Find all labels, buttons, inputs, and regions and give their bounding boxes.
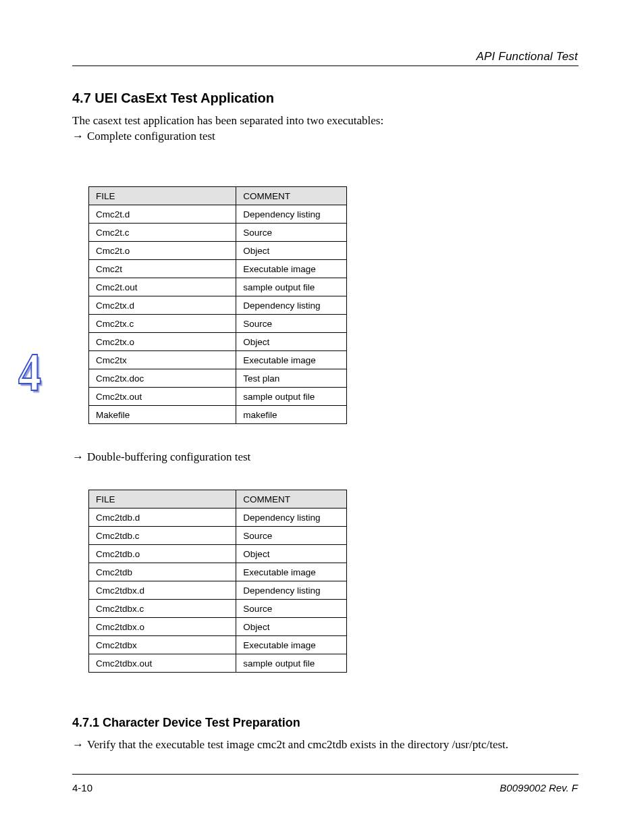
- section-heading-uei-casext: 4.7 UEI CasExt Test Application: [72, 90, 274, 106]
- table-cell: Makefile: [89, 406, 236, 424]
- table-cell: Cmc2tdbx.d: [89, 581, 236, 600]
- header-rule: [72, 66, 579, 66]
- table-row: Cmc2tdbxExecutable image: [89, 636, 347, 654]
- chapter-number-ornament: 4: [18, 345, 46, 399]
- table-cell: Dependency listing: [236, 205, 347, 224]
- arrow-right-icon: →: [72, 737, 87, 752]
- table-cell: Cmc2t.out: [89, 278, 236, 296]
- table-row: Cmc2tx.dDependency listing: [89, 296, 347, 315]
- table-cell: sample output file: [236, 388, 347, 406]
- table-cell: Object: [236, 333, 347, 351]
- table-complete-config-files: FILE COMMENT Cmc2t.dDependency listingCm…: [88, 186, 347, 424]
- table-row: Cmc2tdbx.outsample output file: [89, 654, 347, 673]
- table-cell: Object: [236, 545, 347, 563]
- table-row: Cmc2tdbExecutable image: [89, 563, 347, 581]
- table-cell: sample output file: [236, 278, 347, 296]
- table-row: Cmc2t.oObject: [89, 242, 347, 260]
- table-cell: Executable image: [236, 563, 347, 581]
- table-cell: Cmc2tdb.o: [89, 545, 236, 563]
- table-cell: Cmc2tdbx.o: [89, 618, 236, 636]
- table-row: Cmc2tx.outsample output file: [89, 388, 347, 406]
- section-heading-char-dev-prep: 4.7.1 Character Device Test Preparation: [72, 716, 300, 730]
- table-row: Cmc2tx.oObject: [89, 333, 347, 351]
- intro-paragraph: The casext test application has been sep…: [72, 113, 574, 128]
- prep-step-text: Verify that the executable test image cm…: [87, 738, 508, 751]
- page-header-title: API Functional Test: [476, 50, 578, 63]
- table-cell: Dependency listing: [236, 509, 347, 527]
- table-cell: Cmc2tx.out: [89, 388, 236, 406]
- table-cell: Executable image: [236, 260, 347, 278]
- bullet-double-buffer-test: →Double-buffering configuration test: [72, 450, 574, 465]
- table-cell: Cmc2tdb.c: [89, 527, 236, 545]
- prep-step: →Verify that the executable test image c…: [72, 737, 574, 752]
- table-header-row: FILE COMMENT: [89, 187, 347, 205]
- table-row: Cmc2tExecutable image: [89, 260, 347, 278]
- table-cell: Cmc2tdb.d: [89, 509, 236, 527]
- table-row: Cmc2tdbx.cSource: [89, 600, 347, 618]
- col-header-comment: COMMENT: [236, 490, 347, 509]
- table-cell: Object: [236, 618, 347, 636]
- table-row: Cmc2tdbx.dDependency listing: [89, 581, 347, 600]
- table-cell: Cmc2tx.o: [89, 333, 236, 351]
- table-cell: Cmc2tx.c: [89, 315, 236, 333]
- table-cell: Dependency listing: [236, 296, 347, 315]
- table-row: Cmc2tdb.cSource: [89, 527, 347, 545]
- table-cell: Cmc2t.d: [89, 205, 236, 224]
- arrow-right-icon: →: [72, 129, 87, 144]
- table-cell: Cmc2t: [89, 260, 236, 278]
- table-cell: Cmc2tx.d: [89, 296, 236, 315]
- table-cell: Cmc2tdb: [89, 563, 236, 581]
- footer-rule: [72, 774, 579, 775]
- table-row: Cmc2tx.cSource: [89, 315, 347, 333]
- table-row: Cmc2t.cSource: [89, 224, 347, 242]
- col-header-comment: COMMENT: [236, 187, 347, 205]
- table-cell: Source: [236, 527, 347, 545]
- table-header-row: FILE COMMENT: [89, 490, 347, 509]
- col-header-file: FILE: [89, 490, 236, 509]
- table-cell: Dependency listing: [236, 581, 347, 600]
- table-row: Cmc2t.dDependency listing: [89, 205, 347, 224]
- table-row: Cmc2tdb.dDependency listing: [89, 509, 347, 527]
- col-header-file: FILE: [89, 187, 236, 205]
- table-cell: Cmc2tx.doc: [89, 369, 236, 388]
- table-row: Cmc2t.outsample output file: [89, 278, 347, 296]
- table-cell: Source: [236, 224, 347, 242]
- table-cell: Cmc2tdbx.c: [89, 600, 236, 618]
- table-cell: Executable image: [236, 351, 347, 369]
- table-cell: Cmc2tdbx: [89, 636, 236, 654]
- table-cell: makefile: [236, 406, 347, 424]
- table-cell: Source: [236, 315, 347, 333]
- table-cell: Test plan: [236, 369, 347, 388]
- table-cell: Cmc2t.c: [89, 224, 236, 242]
- doc-revision: B0099002 Rev. F: [500, 782, 578, 793]
- table-double-buffer-files: FILE COMMENT Cmc2tdb.dDependency listing…: [88, 490, 347, 673]
- table-cell: Cmc2tx: [89, 351, 236, 369]
- table-cell: Object: [236, 242, 347, 260]
- page-number: 4-10: [72, 782, 92, 793]
- table-cell: Source: [236, 600, 347, 618]
- table-row: Makefilemakefile: [89, 406, 347, 424]
- table-row: Cmc2tx.docTest plan: [89, 369, 347, 388]
- bullet-text: Double-buffering configuration test: [87, 450, 250, 463]
- table-row: Cmc2txExecutable image: [89, 351, 347, 369]
- table-cell: Executable image: [236, 636, 347, 654]
- table-cell: Cmc2tdbx.out: [89, 654, 236, 673]
- bullet-complete-config-test: →Complete configuration test: [72, 129, 574, 144]
- bullet-text: Complete configuration test: [87, 130, 215, 142]
- table-row: Cmc2tdb.oObject: [89, 545, 347, 563]
- table-cell: sample output file: [236, 654, 347, 673]
- arrow-right-icon: →: [72, 450, 87, 465]
- table-row: Cmc2tdbx.oObject: [89, 618, 347, 636]
- table-cell: Cmc2t.o: [89, 242, 236, 260]
